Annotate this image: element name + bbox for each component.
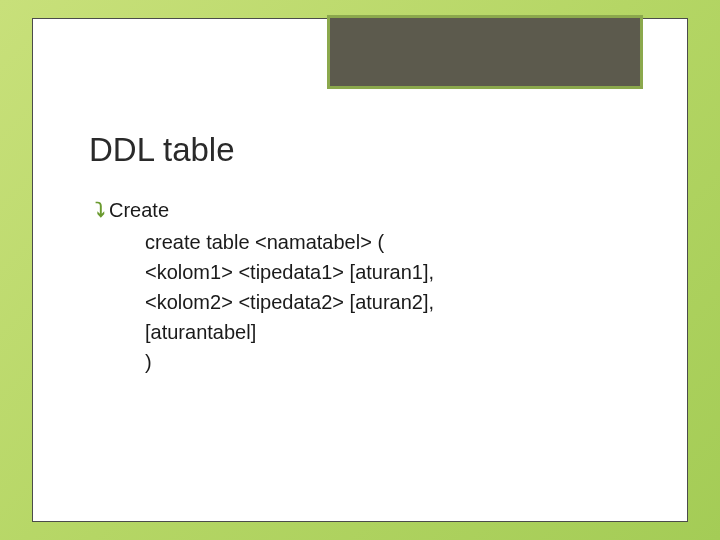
slide-frame: DDL table ⤵ Create create table <namatab… bbox=[32, 18, 688, 522]
code-line: <kolom1> <tipedata1> [aturan1], bbox=[145, 257, 631, 287]
code-block: create table <namatabel> ( <kolom1> <tip… bbox=[145, 227, 631, 377]
code-line: [aturantabel] bbox=[145, 317, 631, 347]
code-line: ) bbox=[145, 347, 631, 377]
bullet-item: ⤵ Create bbox=[95, 197, 631, 223]
bullet-icon: ⤵ bbox=[95, 197, 105, 223]
slide-content: DDL table ⤵ Create create table <namatab… bbox=[89, 131, 631, 377]
title-placeholder-box bbox=[327, 15, 643, 89]
code-line: <kolom2> <tipedata2> [aturan2], bbox=[145, 287, 631, 317]
bullet-head: Create bbox=[109, 197, 169, 223]
slide-title: DDL table bbox=[89, 131, 631, 169]
code-line: create table <namatabel> ( bbox=[145, 227, 631, 257]
